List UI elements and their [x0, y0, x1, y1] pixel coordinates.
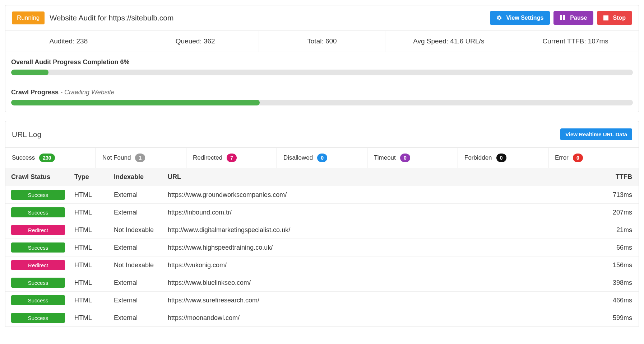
tab-label: Redirected	[193, 154, 222, 161]
cell-ttfb: 713ms	[596, 186, 639, 204]
cell-status: Success	[5, 274, 70, 292]
table-row[interactable]: SuccessHTMLExternalhttps://inbound.com.t…	[5, 204, 639, 221]
cell-status: Success	[5, 204, 70, 221]
tab-count-badge: 230	[39, 154, 55, 162]
url-log-table: Crawl Status Type Indexable URL TTFB Suc…	[5, 168, 639, 327]
crawl-progress-sub: - Crawling Website	[59, 89, 115, 96]
tab-disallowed[interactable]: Disallowed0	[277, 148, 367, 168]
table-row[interactable]: RedirectHTMLNot Indexablehttps://wukonig…	[5, 256, 639, 274]
cell-indexable: Not Indexable	[110, 221, 163, 239]
crawl-progress-label: Crawl Progress - Crawling Website	[11, 89, 633, 96]
tab-label: Not Found	[102, 154, 131, 161]
cell-url: http://www.digitalmarketingspecialist.co…	[163, 221, 596, 239]
crawl-progress-bar	[11, 100, 633, 105]
cell-url: https://moonandowl.com/	[163, 309, 596, 327]
crawl-status-pill: Success	[11, 190, 65, 200]
cell-url: https://www.bluelinkseo.com/	[163, 274, 596, 292]
cell-ttfb: 207ms	[596, 204, 639, 221]
cell-status: Success	[5, 292, 70, 309]
cell-type: HTML	[70, 309, 110, 327]
cell-status: Success	[5, 309, 70, 327]
cell-type: HTML	[70, 221, 110, 239]
cell-indexable: External	[110, 292, 163, 309]
tab-count-badge: 0	[573, 154, 583, 162]
stop-icon	[603, 15, 608, 20]
audit-header: Running Website Audit for https://sitebu…	[5, 5, 639, 31]
cell-ttfb: 21ms	[596, 221, 639, 239]
tab-error[interactable]: Error0	[548, 148, 639, 168]
stat-current-ttfb: Current TTFB: 107ms	[512, 31, 639, 52]
table-row[interactable]: SuccessHTMLExternalhttps://www.highspeed…	[5, 239, 639, 256]
tab-timeout[interactable]: Timeout0	[367, 148, 458, 168]
cell-type: HTML	[70, 239, 110, 256]
cell-status: Success	[5, 186, 70, 204]
tab-redirected[interactable]: Redirected7	[186, 148, 277, 168]
tab-count-badge: 7	[227, 154, 237, 162]
stat-audited: Audited: 238	[5, 31, 132, 52]
tab-count-badge: 0	[400, 154, 410, 162]
pause-icon	[560, 15, 566, 21]
tab-label: Success	[12, 154, 35, 161]
cell-type: HTML	[70, 256, 110, 274]
cell-indexable: External	[110, 239, 163, 256]
overall-progress-label: Overall Audit Progress Completion 6%	[11, 58, 633, 66]
overall-progress-bar	[11, 70, 633, 75]
tab-success[interactable]: Success230	[5, 148, 96, 168]
col-crawl-status[interactable]: Crawl Status	[5, 168, 70, 186]
cell-ttfb: 599ms	[596, 309, 639, 327]
url-log-header: URL Log View Realtime URL Data	[5, 121, 639, 147]
cell-indexable: External	[110, 204, 163, 221]
stop-label: Stop	[613, 15, 626, 21]
cell-indexable: External	[110, 309, 163, 327]
tab-count-badge: 0	[496, 154, 506, 162]
url-log-panel: URL Log View Realtime URL Data Success23…	[5, 121, 639, 327]
tab-label: Timeout	[374, 154, 396, 161]
cell-ttfb: 466ms	[596, 292, 639, 309]
col-ttfb[interactable]: TTFB	[596, 168, 639, 186]
view-realtime-button[interactable]: View Realtime URL Data	[560, 128, 632, 140]
url-log-tabs: Success230Not Found1Redirected7Disallowe…	[5, 147, 639, 168]
view-settings-button[interactable]: View Settings	[490, 11, 550, 25]
table-row[interactable]: SuccessHTMLExternalhttps://www.bluelinks…	[5, 274, 639, 292]
crawl-status-pill: Redirect	[11, 225, 65, 235]
crawl-status-pill: Success	[11, 242, 65, 253]
cell-status: Success	[5, 239, 70, 256]
tab-forbidden[interactable]: Forbidden0	[458, 148, 548, 168]
url-log-tbody: SuccessHTMLExternalhttps://www.groundwor…	[5, 186, 639, 327]
col-indexable[interactable]: Indexable	[110, 168, 163, 186]
cell-url: https://wukonig.com/	[163, 256, 596, 274]
table-row[interactable]: SuccessHTMLExternalhttps://www.groundwor…	[5, 186, 639, 204]
stats-row: Audited: 238 Queued: 362 Total: 600 Avg …	[5, 31, 639, 52]
cell-status: Redirect	[5, 256, 70, 274]
cell-type: HTML	[70, 186, 110, 204]
col-url[interactable]: URL	[163, 168, 596, 186]
cell-url: https://www.groundworkscompanies.com/	[163, 186, 596, 204]
stat-queued: Queued: 362	[132, 31, 259, 52]
url-log-title: URL Log	[12, 130, 41, 139]
table-row[interactable]: SuccessHTMLExternalhttps://moonandowl.co…	[5, 309, 639, 327]
view-realtime-label: View Realtime URL Data	[565, 131, 627, 137]
table-row[interactable]: SuccessHTMLExternalhttps://www.surefires…	[5, 292, 639, 309]
tab-not-found[interactable]: Not Found1	[96, 148, 186, 168]
cell-indexable: External	[110, 186, 163, 204]
cell-indexable: Not Indexable	[110, 256, 163, 274]
cell-type: HTML	[70, 292, 110, 309]
stat-avg-speed: Avg Speed: 41.6 URL/s	[385, 31, 512, 52]
pause-button[interactable]: Pause	[553, 11, 593, 25]
cell-indexable: External	[110, 274, 163, 292]
table-row[interactable]: RedirectHTMLNot Indexablehttp://www.digi…	[5, 221, 639, 239]
crawl-status-pill: Success	[11, 278, 65, 288]
cell-url: https://inbound.com.tr/	[163, 204, 596, 221]
audit-title: Website Audit for https://sitebulb.com	[50, 14, 173, 22]
audit-summary-panel: Running Website Audit for https://sitebu…	[5, 5, 639, 112]
gears-icon	[496, 15, 502, 21]
cell-ttfb: 66ms	[596, 239, 639, 256]
cell-type: HTML	[70, 274, 110, 292]
stop-button[interactable]: Stop	[597, 11, 632, 25]
view-settings-label: View Settings	[506, 15, 544, 21]
tab-label: Error	[555, 154, 569, 161]
cell-status: Redirect	[5, 221, 70, 239]
running-badge: Running	[12, 11, 45, 24]
col-type[interactable]: Type	[70, 168, 110, 186]
cell-type: HTML	[70, 204, 110, 221]
